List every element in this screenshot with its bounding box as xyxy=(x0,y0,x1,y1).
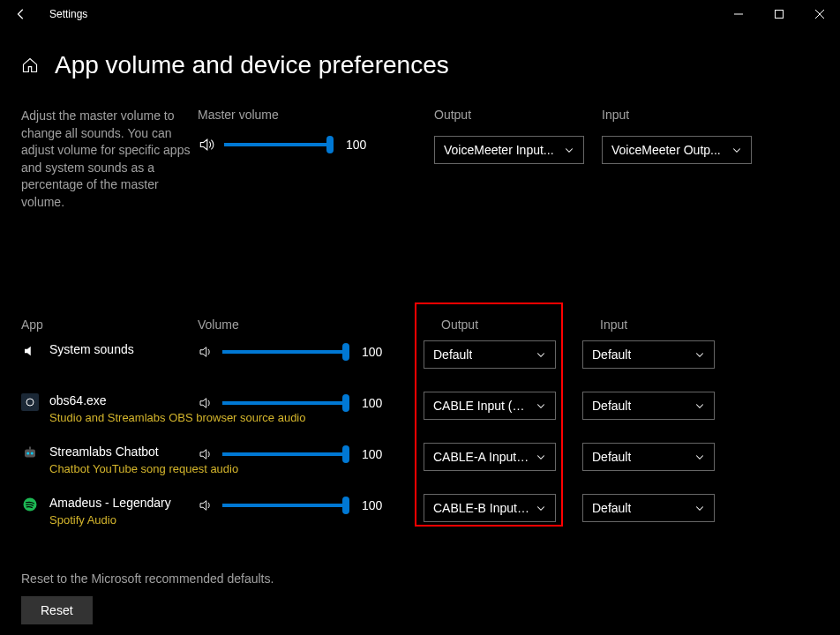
speaker-icon[interactable] xyxy=(198,136,215,153)
master-volume-label: Master volume xyxy=(198,108,416,122)
minimize-button[interactable] xyxy=(718,0,759,28)
app-output-dropdown[interactable]: Default xyxy=(424,340,556,369)
chevron-down-icon xyxy=(694,452,705,462)
app-row: Streamlabs Chatbot Chatbot YouTube song … xyxy=(21,443,819,485)
app-volume-value: 100 xyxy=(362,396,388,410)
master-volume-value: 100 xyxy=(346,138,372,152)
svg-rect-3 xyxy=(25,449,35,457)
app-volume-slider[interactable] xyxy=(222,504,346,507)
app-subtext: Spotify Audio xyxy=(49,513,171,527)
speaker-icon[interactable] xyxy=(198,497,214,513)
chevron-down-icon xyxy=(694,400,705,411)
chevron-down-icon xyxy=(694,503,705,513)
help-text: Adjust the master volume to change all s… xyxy=(21,108,198,212)
app-input-dropdown[interactable]: Default xyxy=(582,392,715,420)
master-input-dropdown[interactable]: VoiceMeeter Outp... xyxy=(602,136,752,164)
back-button[interactable] xyxy=(7,0,35,28)
master-volume-slider[interactable] xyxy=(224,143,330,146)
svg-point-4 xyxy=(26,452,29,454)
svg-point-2 xyxy=(26,399,34,406)
reset-button[interactable]: Reset xyxy=(21,596,93,624)
window-title: Settings xyxy=(49,8,87,20)
app-volume-slider[interactable] xyxy=(222,350,346,354)
app-subtext: Chatbot YouTube song request audio xyxy=(49,462,238,475)
chevron-down-icon xyxy=(564,145,574,155)
chevron-down-icon xyxy=(536,452,546,462)
title-bar: Settings xyxy=(0,0,840,28)
app-name: System sounds xyxy=(49,342,134,356)
speaker-icon[interactable] xyxy=(198,395,214,411)
column-header-app: App xyxy=(21,318,198,332)
column-header-input: Input xyxy=(600,318,759,332)
app-output-dropdown[interactable]: CABLE-B Input (VI xyxy=(424,494,556,522)
close-button[interactable] xyxy=(799,0,840,28)
app-subtext: Studio and Streamlabs OBS browser source… xyxy=(49,411,306,424)
page-title: App volume and device preferences xyxy=(55,51,449,79)
app-volume-slider[interactable] xyxy=(222,452,346,456)
speaker-icon[interactable] xyxy=(198,344,214,360)
master-output-dropdown[interactable]: VoiceMeeter Input... xyxy=(434,136,584,164)
master-output-label: Output xyxy=(434,108,602,122)
speaker-icon[interactable] xyxy=(198,446,214,462)
app-input-dropdown[interactable]: Default xyxy=(582,494,715,522)
app-output-dropdown[interactable]: CABLE Input (VB-/ xyxy=(424,392,556,420)
obs-icon xyxy=(21,393,39,411)
chevron-down-icon xyxy=(536,349,546,360)
app-row: Amadeus - Legendary Spotify Audio 100 CA… xyxy=(21,494,819,536)
column-header-output: Output xyxy=(441,318,600,332)
app-row: obs64.exe Studio and Streamlabs OBS brow… xyxy=(21,392,819,434)
app-row: System sounds 100 Default Default xyxy=(21,340,819,383)
svg-rect-1 xyxy=(776,11,784,19)
svg-point-5 xyxy=(31,452,34,454)
app-output-dropdown[interactable]: CABLE-A Input (V xyxy=(424,443,556,471)
app-volume-value: 100 xyxy=(362,345,388,359)
master-input-label: Input xyxy=(602,108,769,122)
spotify-icon xyxy=(21,496,39,513)
chatbot-icon xyxy=(21,444,39,462)
app-input-dropdown[interactable]: Default xyxy=(582,443,715,471)
app-volume-value: 100 xyxy=(362,498,388,512)
chevron-down-icon xyxy=(536,400,546,411)
window-controls xyxy=(718,0,840,28)
chevron-down-icon xyxy=(536,503,546,513)
app-volume-value: 100 xyxy=(362,447,388,461)
home-icon[interactable] xyxy=(21,56,39,74)
app-volume-slider[interactable] xyxy=(222,401,346,405)
system-sounds-icon xyxy=(21,342,39,360)
reset-description: Reset to the Microsoft recommended defau… xyxy=(21,572,819,586)
chevron-down-icon xyxy=(694,349,705,360)
app-name: Amadeus - Legendary xyxy=(49,496,171,510)
maximize-button[interactable] xyxy=(759,0,799,28)
column-header-volume: Volume xyxy=(198,318,441,332)
app-input-dropdown[interactable]: Default xyxy=(582,340,715,369)
chevron-down-icon xyxy=(731,145,742,155)
